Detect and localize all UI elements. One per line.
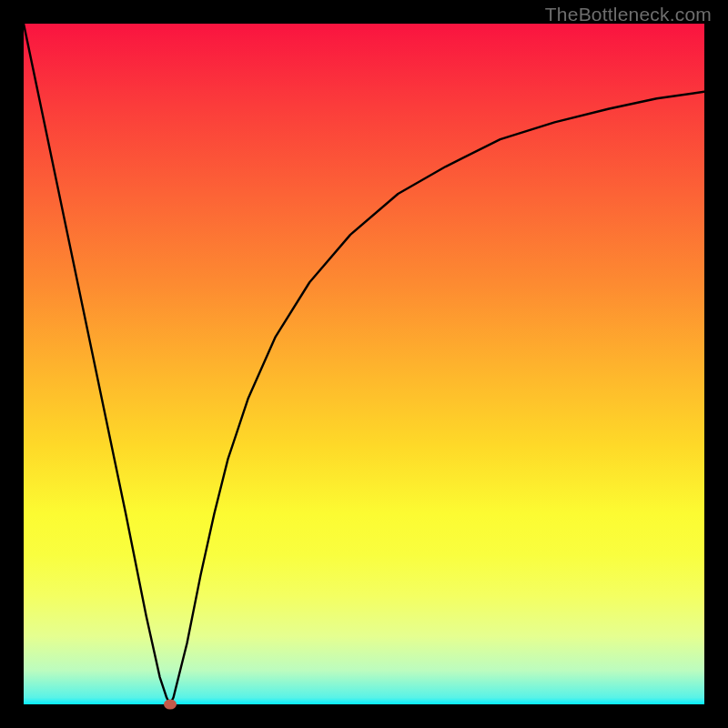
chart-plot-area bbox=[24, 24, 704, 704]
minimum-marker bbox=[164, 700, 177, 710]
watermark-text: TheBottleneck.com bbox=[545, 4, 712, 25]
bottleneck-curve bbox=[24, 24, 704, 704]
